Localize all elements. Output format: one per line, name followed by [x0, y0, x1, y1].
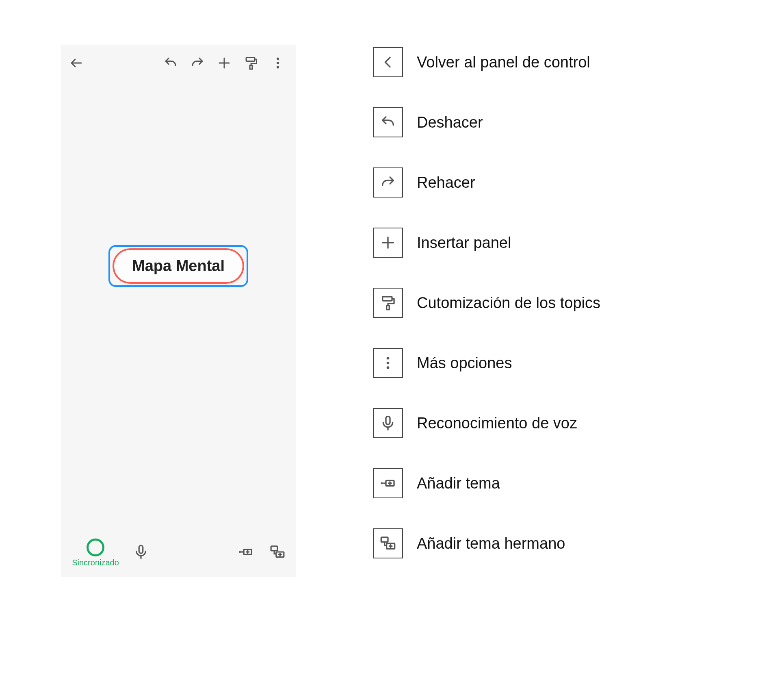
legend-label: Rehacer: [417, 174, 475, 191]
add-sibling-topic-icon: [373, 528, 403, 558]
paint-roller-icon[interactable]: [244, 56, 258, 70]
microphone-icon[interactable]: [133, 544, 149, 561]
redo-icon[interactable]: [190, 56, 205, 70]
sync-circle-icon: [87, 539, 104, 556]
add-topic-icon[interactable]: [236, 544, 256, 561]
more-vertical-icon[interactable]: [271, 56, 285, 70]
icon-legend: Volver al panel de control Deshacer Reha…: [373, 45, 739, 577]
legend-row: Reconocimiento de voz: [373, 408, 739, 438]
legend-label: Volver al panel de control: [417, 54, 590, 71]
legend-label: Más opciones: [417, 354, 512, 372]
plus-icon: [373, 228, 403, 258]
microphone-icon: [373, 408, 403, 438]
legend-label: Añadir tema hermano: [417, 535, 565, 552]
legend-row: Más opciones: [373, 348, 739, 378]
legend-row: Cutomización de los topics: [373, 288, 739, 318]
add-topic-icon: [373, 468, 403, 498]
back-icon[interactable]: [69, 56, 84, 70]
legend-label: Insertar panel: [417, 234, 511, 252]
legend-row: Volver al panel de control: [373, 47, 739, 77]
legend-label: Añadir tema: [417, 475, 500, 492]
legend-row: Insertar panel: [373, 228, 739, 258]
legend-label: Reconocimiento de voz: [417, 415, 577, 432]
legend-row: Rehacer: [373, 167, 739, 198]
central-topic-selection[interactable]: Mapa Mental: [108, 245, 248, 287]
chevron-left-icon: [373, 47, 403, 77]
sync-label: Sincronizado: [72, 558, 119, 567]
legend-label: Cutomización de los topics: [417, 294, 600, 312]
paint-roller-icon: [373, 288, 403, 318]
legend-row: Añadir tema: [373, 468, 739, 498]
more-vertical-icon: [373, 348, 403, 378]
mindmap-canvas[interactable]: Mapa Mental: [61, 81, 296, 532]
phone-screenshot: Mapa Mental Sincronizado: [61, 45, 296, 577]
legend-row: Añadir tema hermano: [373, 528, 739, 558]
phone-bottom-bar: Sincronizado: [61, 532, 296, 577]
plus-icon[interactable]: [217, 56, 232, 70]
phone-toolbar: [61, 45, 296, 81]
undo-icon[interactable]: [163, 56, 178, 70]
legend-row: Deshacer: [373, 107, 739, 137]
legend-label: Deshacer: [417, 114, 483, 131]
redo-icon: [373, 167, 403, 198]
sync-status: Sincronizado: [69, 539, 122, 567]
central-topic[interactable]: Mapa Mental: [113, 248, 244, 284]
undo-icon: [373, 107, 403, 137]
add-sibling-topic-icon[interactable]: [267, 544, 288, 561]
